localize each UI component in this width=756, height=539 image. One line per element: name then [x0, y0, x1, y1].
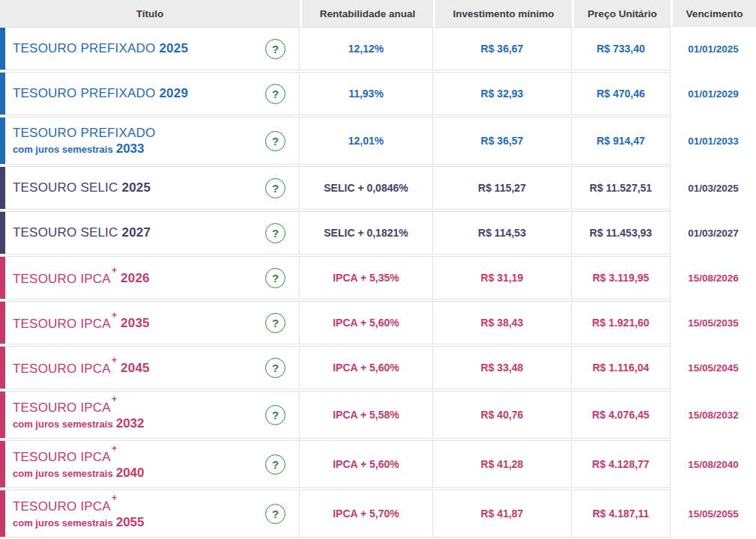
bond-title: TESOURO IPCA+ com juros semestrais2055: [13, 497, 265, 530]
bond-title: TESOURO IPCA+2035: [13, 314, 265, 332]
table-row[interactable]: TESOURO IPCA+2045 ? IPCA + 5,60% R$ 33,4…: [0, 346, 756, 389]
unit-price-value: R$ 4.187,11: [593, 508, 650, 520]
bond-title: TESOURO PREFIXADO com juros semestrais20…: [13, 126, 265, 156]
maturity-value: 15/08/2032: [688, 409, 739, 421]
bond-year: 2029: [159, 86, 188, 100]
table-row[interactable]: TESOURO PREFIXADO2025 ? 12,12% R$ 36,67 …: [0, 27, 756, 70]
unit-price-value: R$ 1.116,04: [593, 362, 650, 374]
bond-title-cell: TESOURO PREFIXADO2025 ?: [0, 27, 300, 70]
help-icon[interactable]: ?: [265, 454, 285, 475]
bond-color-bar: [0, 212, 5, 254]
bond-year: 2025: [122, 180, 151, 195]
table-row[interactable]: TESOURO IPCA+2026 ? IPCA + 5,35% R$ 31,1…: [0, 256, 756, 299]
help-icon[interactable]: ?: [265, 504, 285, 524]
maturity-cell: 01/03/2025: [671, 166, 756, 210]
maturity-value: 01/03/2025: [688, 183, 739, 194]
bond-title-cell: TESOURO PREFIXADO2029 ?: [0, 72, 300, 115]
bond-title-cell: TESOURO SELIC2025 ?: [0, 166, 300, 210]
bond-title-line1: TESOURO IPCA+2026: [13, 270, 265, 287]
unit-price-value: R$ 11.527,51: [590, 182, 652, 194]
bond-title: TESOURO PREFIXADO2025: [13, 41, 265, 56]
table-row[interactable]: TESOURO PREFIXADO2029 ? 11,93% R$ 32,93 …: [0, 72, 756, 115]
bond-name: TESOURO IPCA: [13, 361, 111, 375]
bond-year: 2040: [116, 466, 145, 480]
annual-rate-cell: IPCA + 5,60%: [300, 440, 433, 488]
min-investment-cell: R$ 38,43: [433, 301, 572, 344]
table-row[interactable]: TESOURO IPCA+ com juros semestrais2032 ?…: [0, 391, 756, 439]
question-mark-icon: ?: [272, 362, 279, 374]
question-mark-icon: ?: [272, 409, 279, 421]
annual-rate-value: IPCA + 5,60%: [333, 362, 399, 374]
help-icon[interactable]: ?: [265, 84, 285, 104]
annual-rate-cell: IPCA + 5,60%: [300, 346, 433, 389]
min-investment-value: R$ 38,43: [481, 317, 524, 329]
bond-name: TESOURO PREFIXADO: [13, 126, 155, 140]
help-icon[interactable]: ?: [265, 223, 285, 243]
bond-title-line1: TESOURO IPCA+: [13, 448, 265, 465]
bond-year: 2035: [121, 316, 150, 330]
annual-rate-cell: 12,12%: [300, 27, 433, 70]
bond-title-cell: TESOURO IPCA+ com juros semestrais2040 ?: [0, 440, 300, 488]
maturity-cell: 15/08/2032: [671, 391, 756, 439]
bond-title: TESOURO IPCA+2045: [13, 359, 265, 377]
bond-title: TESOURO SELIC2027: [13, 225, 265, 240]
maturity-cell: 15/05/2055: [671, 490, 756, 538]
bond-title-line1: TESOURO IPCA+2035: [13, 314, 265, 332]
help-icon[interactable]: ?: [265, 39, 285, 59]
bond-title: TESOURO PREFIXADO2029: [13, 86, 265, 101]
help-icon[interactable]: ?: [265, 178, 285, 198]
unit-price-cell: R$ 914,47: [572, 117, 671, 165]
bond-title: TESOURO IPCA+ com juros semestrais2032: [13, 398, 265, 431]
unit-price-cell: R$ 4.076,45: [572, 391, 671, 439]
plus-superscript: +: [112, 265, 117, 275]
min-investment-cell: R$ 40,76: [433, 391, 572, 439]
help-icon[interactable]: ?: [265, 313, 285, 333]
maturity-cell: 15/08/2026: [671, 256, 756, 299]
min-investment-cell: R$ 32,93: [433, 72, 572, 115]
bond-year: 2033: [116, 141, 145, 156]
bond-title-cell: TESOURO PREFIXADO com juros semestrais20…: [0, 117, 300, 165]
min-investment-cell: R$ 41,28: [433, 440, 572, 488]
unit-price-cell: R$ 4.128,77: [572, 440, 671, 488]
maturity-value: 01/01/2025: [688, 43, 739, 55]
bond-name: TESOURO PREFIXADO: [13, 86, 155, 100]
annual-rate-value: IPCA + 5,58%: [333, 409, 399, 421]
unit-price-cell: R$ 3.119,95: [572, 256, 671, 299]
table-row[interactable]: TESOURO IPCA+ com juros semestrais2040 ?…: [0, 440, 756, 488]
table-row[interactable]: TESOURO SELIC2027 ? SELIC + 0,1821% R$ 1…: [0, 211, 756, 255]
table-row[interactable]: TESOURO SELIC2025 ? SELIC + 0,0846% R$ 1…: [0, 166, 756, 210]
plus-superscript: +: [112, 443, 117, 454]
maturity-cell: 01/01/2025: [671, 27, 756, 70]
help-icon[interactable]: ?: [265, 358, 285, 378]
min-investment-value: R$ 115,27: [478, 182, 526, 194]
bond-year: 2025: [159, 41, 188, 55]
question-mark-icon: ?: [272, 508, 279, 520]
column-header-preco-unitario: Preço Unitário: [572, 0, 671, 27]
bond-name: TESOURO SELIC: [13, 180, 118, 195]
table-row[interactable]: TESOURO IPCA+2035 ? IPCA + 5,60% R$ 38,4…: [0, 301, 756, 344]
bond-table-body: TESOURO PREFIXADO2025 ? 12,12% R$ 36,67 …: [0, 27, 756, 538]
table-row[interactable]: TESOURO PREFIXADO com juros semestrais20…: [0, 117, 756, 165]
min-investment-value: R$ 41,87: [481, 508, 524, 520]
help-icon[interactable]: ?: [265, 405, 285, 425]
help-icon[interactable]: ?: [265, 131, 285, 151]
table-row[interactable]: TESOURO IPCA+ com juros semestrais2055 ?…: [0, 490, 756, 538]
bond-title-cell: TESOURO IPCA+2045 ?: [0, 346, 300, 389]
unit-price-value: R$ 3.119,95: [593, 272, 650, 284]
maturity-cell: 15/05/2035: [671, 301, 756, 344]
unit-price-cell: R$ 4.187,11: [572, 490, 671, 538]
help-icon[interactable]: ?: [265, 268, 285, 288]
bond-title-line1: TESOURO IPCA+: [13, 398, 265, 415]
unit-price-cell: R$ 11.527,51: [572, 166, 671, 210]
plus-superscript: +: [112, 310, 117, 320]
bond-subtitle: com juros semestrais: [13, 418, 113, 430]
maturity-cell: 15/05/2045: [671, 346, 756, 389]
bond-year: 2032: [116, 416, 145, 430]
annual-rate-value: IPCA + 5,60%: [333, 458, 399, 470]
unit-price-cell: R$ 11.453,93: [572, 211, 671, 255]
maturity-cell: 01/01/2033: [671, 117, 756, 165]
bond-name: TESOURO IPCA: [13, 499, 111, 514]
bond-title: TESOURO IPCA+2026: [13, 270, 265, 287]
unit-price-cell: R$ 470,46: [572, 72, 671, 115]
bond-title-line1: TESOURO IPCA+2045: [13, 359, 265, 377]
